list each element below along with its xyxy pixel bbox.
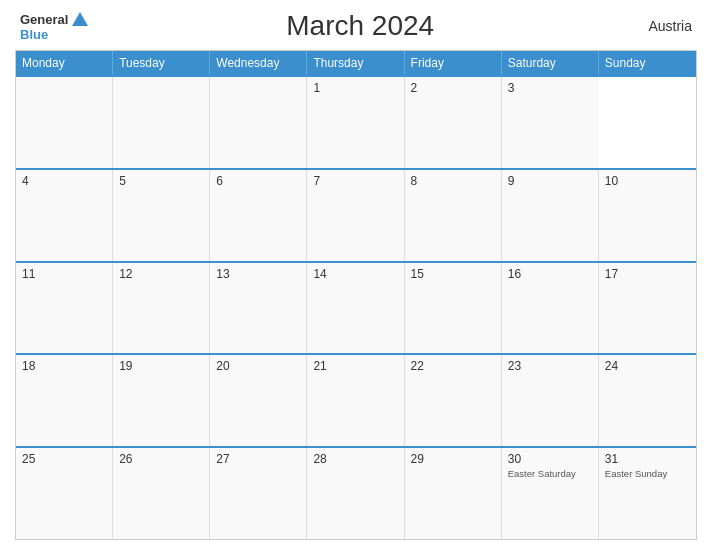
cal-cell-mar18: 18	[16, 355, 113, 446]
header-monday: Monday	[16, 51, 113, 75]
cal-cell-mar27: 27	[210, 448, 307, 539]
cal-cell-mar5: 5	[113, 170, 210, 261]
cal-cell-mar19: 19	[113, 355, 210, 446]
logo: General Blue	[20, 12, 88, 41]
cal-cell-mar11: 11	[16, 263, 113, 354]
cal-cell-mar22: 22	[405, 355, 502, 446]
calendar-body: 1 2 3 4 5 6	[16, 75, 696, 539]
cal-cell-mar3: 3	[502, 77, 599, 168]
day-number: 5	[119, 174, 203, 188]
calendar-page: General Blue March 2024 Austria Monday T…	[0, 0, 712, 550]
cal-cell-mar25: 25	[16, 448, 113, 539]
country-label: Austria	[632, 18, 692, 34]
week-4: 18 19 20 21 22 23 24	[16, 353, 696, 446]
cal-cell-mar10: 10	[599, 170, 696, 261]
day-number: 23	[508, 359, 592, 373]
day-number: 19	[119, 359, 203, 373]
day-number: 20	[216, 359, 300, 373]
week-5: 25 26 27 28 29 30 Easter Saturday	[16, 446, 696, 539]
day-number: 30	[508, 452, 592, 466]
cal-cell-mar12: 12	[113, 263, 210, 354]
day-number: 10	[605, 174, 690, 188]
week-1: 1 2 3	[16, 75, 696, 168]
day-number: 8	[411, 174, 495, 188]
cal-cell-mar26: 26	[113, 448, 210, 539]
header-saturday: Saturday	[502, 51, 599, 75]
week-2: 4 5 6 7 8 9 10	[16, 168, 696, 261]
day-number: 7	[313, 174, 397, 188]
day-number: 13	[216, 267, 300, 281]
cal-cell-mar9: 9	[502, 170, 599, 261]
cal-cell-mar6: 6	[210, 170, 307, 261]
cal-cell-mar24: 24	[599, 355, 696, 446]
header-sunday: Sunday	[599, 51, 696, 75]
day-number: 22	[411, 359, 495, 373]
day-number: 17	[605, 267, 690, 281]
header-tuesday: Tuesday	[113, 51, 210, 75]
day-number: 11	[22, 267, 106, 281]
day-number: 9	[508, 174, 592, 188]
day-number: 31	[605, 452, 690, 466]
day-number: 6	[216, 174, 300, 188]
logo-blue-text: Blue	[20, 28, 48, 41]
day-number: 29	[411, 452, 495, 466]
cal-cell-mar23: 23	[502, 355, 599, 446]
day-number: 2	[411, 81, 495, 95]
logo-general-text: General	[20, 13, 68, 26]
cal-cell-mar20: 20	[210, 355, 307, 446]
day-number: 16	[508, 267, 592, 281]
cal-cell-mar4: 4	[16, 170, 113, 261]
calendar: Monday Tuesday Wednesday Thursday Friday…	[15, 50, 697, 540]
day-number: 25	[22, 452, 106, 466]
cal-cell	[113, 77, 210, 168]
cal-cell-mar30: 30 Easter Saturday	[502, 448, 599, 539]
cal-cell-mar8: 8	[405, 170, 502, 261]
day-number: 3	[508, 81, 593, 95]
cal-cell-mar28: 28	[307, 448, 404, 539]
cal-cell-mar2: 2	[405, 77, 502, 168]
day-number: 21	[313, 359, 397, 373]
week-3: 11 12 13 14 15 16 17	[16, 261, 696, 354]
page-title: March 2024	[88, 10, 632, 42]
holiday-easter-saturday: Easter Saturday	[508, 468, 592, 479]
holiday-easter-sunday: Easter Sunday	[605, 468, 690, 479]
header-wednesday: Wednesday	[210, 51, 307, 75]
cal-cell-mar15: 15	[405, 263, 502, 354]
cal-cell	[16, 77, 113, 168]
page-header: General Blue March 2024 Austria	[15, 10, 697, 42]
day-number: 18	[22, 359, 106, 373]
cal-cell-mar17: 17	[599, 263, 696, 354]
day-number: 1	[313, 81, 397, 95]
day-number: 14	[313, 267, 397, 281]
day-number: 4	[22, 174, 106, 188]
day-number: 26	[119, 452, 203, 466]
header-friday: Friday	[405, 51, 502, 75]
cal-cell-mar31: 31 Easter Sunday	[599, 448, 696, 539]
day-number: 28	[313, 452, 397, 466]
cal-cell-mar14: 14	[307, 263, 404, 354]
cal-cell-mar29: 29	[405, 448, 502, 539]
day-number: 24	[605, 359, 690, 373]
calendar-header: Monday Tuesday Wednesday Thursday Friday…	[16, 51, 696, 75]
cal-cell-mar1: 1	[307, 77, 404, 168]
cal-cell-mar7: 7	[307, 170, 404, 261]
cal-cell-mar13: 13	[210, 263, 307, 354]
cal-cell-mar16: 16	[502, 263, 599, 354]
day-number: 15	[411, 267, 495, 281]
logo-triangle-icon	[72, 12, 88, 26]
cal-cell-mar21: 21	[307, 355, 404, 446]
day-number: 27	[216, 452, 300, 466]
cal-cell	[210, 77, 307, 168]
day-number: 12	[119, 267, 203, 281]
header-thursday: Thursday	[307, 51, 404, 75]
